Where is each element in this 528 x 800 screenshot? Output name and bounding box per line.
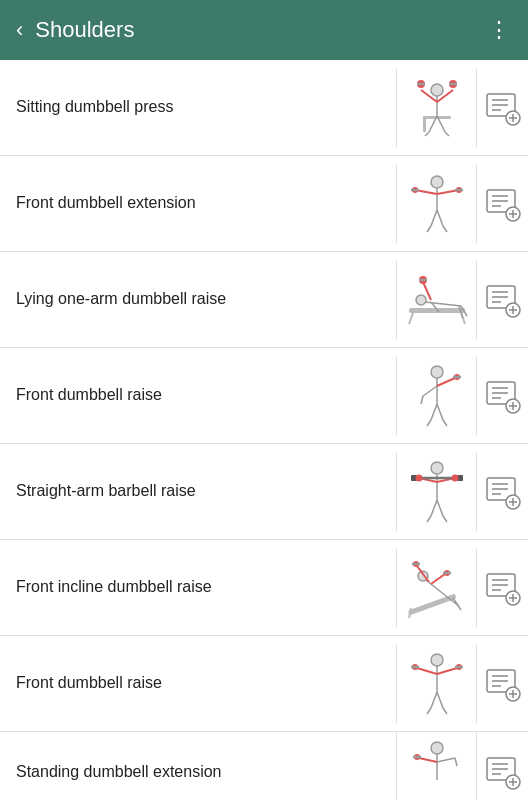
- add-to-log-action[interactable]: [476, 732, 528, 800]
- add-to-log-icon: [485, 282, 521, 318]
- header-left: ‹ Shoulders: [16, 17, 134, 43]
- back-button[interactable]: ‹: [16, 17, 23, 43]
- svg-line-66: [437, 404, 443, 420]
- list-item[interactable]: Standing dumbbell extension: [0, 732, 528, 800]
- exercise-name: Front dumbbell raise: [0, 660, 396, 706]
- svg-line-64: [421, 396, 423, 404]
- svg-line-100: [426, 580, 451, 600]
- svg-line-87: [427, 516, 431, 522]
- list-item[interactable]: Lying one-arm dumbbell raise: [0, 252, 528, 348]
- page-title: Shoulders: [35, 17, 134, 43]
- svg-line-140: [437, 758, 455, 762]
- exercise-name: Front incline dumbbell raise: [0, 564, 396, 610]
- add-to-log-icon: [485, 666, 521, 702]
- svg-line-104: [431, 574, 445, 584]
- add-to-log-action[interactable]: [476, 356, 528, 436]
- svg-point-21: [431, 176, 443, 188]
- svg-line-41: [409, 313, 413, 324]
- svg-line-31: [427, 226, 431, 232]
- figure-sitting-press: [401, 72, 473, 144]
- figure-lying-raise: [401, 264, 473, 336]
- list-item[interactable]: Front dumbbell raise: [0, 636, 528, 732]
- svg-line-97: [409, 608, 411, 618]
- figure-front-extension: [401, 168, 473, 240]
- add-to-log-action[interactable]: [476, 644, 528, 724]
- figure-front-raise2: [401, 648, 473, 720]
- svg-line-137: [419, 758, 437, 762]
- exercise-name: Standing dumbbell extension: [0, 749, 396, 795]
- exercise-name: Lying one-arm dumbbell raise: [0, 276, 396, 322]
- exercise-illustration: [396, 164, 476, 244]
- exercise-illustration: [396, 452, 476, 532]
- exercise-illustration: [396, 644, 476, 724]
- svg-line-65: [431, 404, 437, 420]
- svg-point-2: [431, 84, 443, 96]
- svg-rect-96: [407, 593, 456, 615]
- svg-point-43: [416, 295, 426, 305]
- svg-line-124: [431, 692, 437, 708]
- add-to-log-icon: [485, 754, 521, 790]
- svg-point-58: [431, 366, 443, 378]
- svg-line-60: [437, 378, 455, 386]
- add-to-log-icon: [485, 186, 521, 222]
- svg-point-83: [415, 474, 422, 481]
- exercise-name: Front dumbbell extension: [0, 180, 396, 226]
- svg-line-126: [427, 708, 431, 714]
- svg-line-63: [423, 386, 437, 396]
- list-item[interactable]: Front incline dumbbell raise: [0, 540, 528, 636]
- list-item[interactable]: Straight-arm barbell raise: [0, 444, 528, 540]
- svg-line-127: [443, 708, 447, 714]
- exercise-name: Sitting dumbbell press: [0, 84, 396, 130]
- add-to-log-action[interactable]: [476, 548, 528, 628]
- overflow-menu-button[interactable]: ⋮: [488, 17, 512, 43]
- svg-line-85: [431, 500, 437, 516]
- svg-line-32: [443, 226, 447, 232]
- exercise-illustration: [396, 732, 476, 800]
- add-to-log-icon: [485, 90, 521, 126]
- svg-line-29: [431, 210, 437, 226]
- exercise-illustration: [396, 68, 476, 148]
- svg-line-108: [453, 598, 461, 610]
- figure-incline-raise: [401, 552, 473, 624]
- svg-point-84: [451, 474, 458, 481]
- exercise-illustration: [396, 356, 476, 436]
- svg-line-68: [443, 420, 447, 426]
- add-to-log-action[interactable]: [476, 68, 528, 148]
- figure-front-raise: [401, 360, 473, 432]
- list-item[interactable]: Sitting dumbbell press: [0, 60, 528, 156]
- svg-line-44: [425, 302, 461, 306]
- svg-point-76: [431, 462, 443, 474]
- add-to-log-action[interactable]: [476, 260, 528, 340]
- svg-line-30: [437, 210, 443, 226]
- svg-line-86: [437, 500, 443, 516]
- svg-point-116: [431, 654, 443, 666]
- figure-standing-ext: [401, 736, 473, 800]
- svg-line-67: [427, 420, 431, 426]
- add-to-log-icon: [485, 474, 521, 510]
- add-to-log-action[interactable]: [476, 452, 528, 532]
- exercise-illustration: [396, 260, 476, 340]
- svg-line-13: [445, 132, 449, 136]
- exercise-list: Sitting dumbbell press: [0, 60, 528, 800]
- figure-barbell-raise: [401, 456, 473, 528]
- add-to-log-icon: [485, 378, 521, 414]
- exercise-name: Front dumbbell raise: [0, 372, 396, 418]
- svg-point-135: [431, 742, 443, 754]
- svg-line-141: [455, 758, 457, 766]
- header: ‹ Shoulders ⋮: [0, 0, 528, 60]
- exercise-name: Straight-arm barbell raise: [0, 468, 396, 514]
- svg-line-88: [443, 516, 447, 522]
- add-to-log-icon: [485, 570, 521, 606]
- svg-line-119: [437, 668, 457, 674]
- add-to-log-action[interactable]: [476, 164, 528, 244]
- list-item[interactable]: Front dumbbell raise: [0, 348, 528, 444]
- list-item[interactable]: Front dumbbell extension: [0, 156, 528, 252]
- svg-line-125: [437, 692, 443, 708]
- svg-line-12: [425, 132, 429, 136]
- svg-rect-1: [423, 116, 426, 132]
- exercise-illustration: [396, 548, 476, 628]
- svg-line-118: [417, 668, 437, 674]
